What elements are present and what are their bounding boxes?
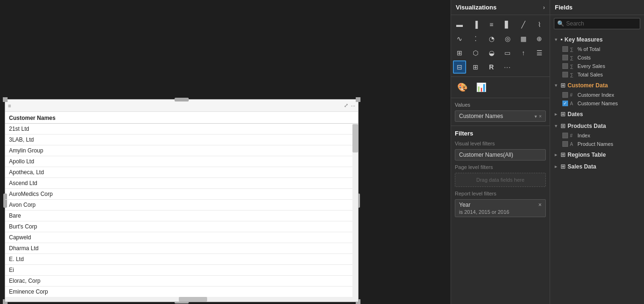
field-group-header-products-data[interactable]: ▼⊞Products Data [550,120,644,131]
donut-icon[interactable]: ◎ [501,32,514,45]
table-row[interactable]: Dharma Ltd [5,243,358,254]
group-icon-regions-table: ⊞ [560,151,566,158]
checkbox-unchecked[interactable] [562,72,568,77]
field-item-customer-names[interactable]: ✓ACustomer Names [550,99,644,108]
field-item-every-sales[interactable]: ∑Every Sales [550,62,644,70]
resize-handle-top[interactable] [175,98,189,101]
table-row[interactable]: Amylin Group [5,145,358,156]
field-item-label: Product Names [577,141,613,147]
year-filter-close[interactable]: × [538,202,542,208]
page-level-label: Page level filters [455,164,546,170]
expand-icon-sales-data: ► [554,164,559,169]
scroll-track-horizontal[interactable] [5,297,352,302]
field-item-label: Index [577,133,590,138]
filter-chip-text: Customer Names(All) [459,152,513,158]
report-level-label: Report level filters [455,191,546,196]
clustered-bar-icon[interactable]: ▐ [469,18,482,31]
focus-icon[interactable]: ⤢ [344,102,348,109]
table-row[interactable]: 3LAB, Ltd [5,135,358,145]
table-row[interactable]: Avon Corp [5,200,358,211]
search-input[interactable] [566,20,637,27]
clustered-bar-h-icon[interactable]: ▋ [501,18,514,31]
line-chart-icon[interactable]: ╱ [517,18,530,31]
stacked-bar-h-icon[interactable]: ≡ [485,18,498,31]
table-row[interactable]: Burt's Corp [5,221,358,232]
field-group-header-key-measures[interactable]: ▼▪Key Measures [550,34,644,45]
field-group-header-regions-table[interactable]: ►⊞Regions Table [550,149,644,160]
fields-tree: ▼▪Key Measures∑% of Total∑Costs∑Every Sa… [550,32,644,304]
slicer-icon[interactable]: ☰ [533,46,546,59]
card-icon[interactable]: ▭ [501,46,514,59]
scroll-track-vertical[interactable] [352,124,358,302]
stacked-bar-icon[interactable]: ▬ [453,18,466,31]
checkbox-unchecked[interactable] [562,133,568,138]
r-visual-icon[interactable]: R [485,60,498,74]
fields-panel-header: Fields [550,0,644,15]
table-row[interactable]: Apollo Ltd [5,156,358,167]
filled-map-icon[interactable]: ⊞ [453,46,466,59]
pie-icon[interactable]: ◔ [485,32,498,45]
scroll-thumb-horizontal[interactable] [179,297,207,302]
viz-icons-grid: ▬▐≡▋╱⌇∿⁚◔◎▦⊕⊞⬡◒▭↑☰⊟⊞R··· [451,15,550,77]
analytics-icon[interactable]: 📊 [474,80,489,95]
kpi-icon[interactable]: ↑ [517,46,530,59]
values-section: Values Customer Names ▾ × [451,98,550,126]
funnel-icon[interactable]: ⬡ [469,46,482,59]
checkbox-checked[interactable]: ✓ [562,101,568,106]
table-row[interactable]: 21st Ltd [5,124,358,135]
table-row[interactable]: Elorac, Corp [5,276,358,287]
area-chart-icon[interactable]: ⌇ [533,18,546,31]
field-group-header-dates[interactable]: ►⊞Dates [550,109,644,119]
table-row[interactable]: AuroMedics Corp [5,189,358,200]
field-group-key-measures: ▼▪Key Measures∑% of Total∑Costs∑Every Sa… [550,34,644,79]
fields-search-box[interactable]: 🔍 [554,18,640,29]
filter-chip-customer-names[interactable]: Customer Names(All) [455,149,546,160]
field-item-product-names[interactable]: AProduct Names [550,140,644,148]
visual-card[interactable]: ≡ ⤢ ··· Customer Names 21st Ltd3LAB, Ltd… [5,99,359,302]
table-row[interactable]: Ascend Ltd [5,178,358,189]
group-label-regions-table: Regions Table [568,152,606,158]
panel-collapse-arrow[interactable]: › [543,4,545,11]
field-group-header-customer-data[interactable]: ▼⊞Customer Data [550,80,644,91]
field-item-customer-index[interactable]: #Customer Index [550,91,644,99]
field-item-total-sales[interactable]: ∑Total Sales [550,70,644,79]
line-clustered-icon[interactable]: ∿ [453,32,466,45]
table-row[interactable]: Eminence Corp [5,287,358,296]
field-chip-close[interactable]: × [539,114,542,119]
resize-handle-top-right[interactable] [356,97,360,102]
map-icon[interactable]: ⊕ [533,32,546,45]
field-group-header-sales-data[interactable]: ►⊞Sales Data [550,161,644,172]
more-viz-icon[interactable]: ··· [501,60,514,74]
drag-zone[interactable]: Drag data fields here [455,173,546,187]
table-row[interactable]: Capweld [5,232,358,243]
table-row[interactable]: Ei [5,265,358,276]
expand-icon-customer-data: ▼ [554,83,559,88]
table-row[interactable]: Apotheca, Ltd [5,167,358,178]
table-row[interactable]: E. Ltd [5,254,358,265]
table-list[interactable]: 21st Ltd3LAB, LtdAmylin GroupApollo LtdA… [5,124,358,296]
scatter-icon[interactable]: ⁚ [469,32,482,45]
field-item-costs[interactable]: ∑Costs [550,53,644,62]
scroll-thumb-vertical[interactable] [352,124,358,152]
group-icon-customer-data: ⊞ [560,82,566,89]
table-viz-icon[interactable]: ⊟ [453,60,466,74]
gauge-icon[interactable]: ◒ [485,46,498,59]
field-chip-arrow[interactable]: ▾ [535,114,537,119]
group-icon-sales-data: ⊞ [560,163,566,170]
matrix-viz-icon[interactable]: ⊞ [469,60,482,74]
field-chip-customer-names[interactable]: Customer Names ▾ × [455,110,546,122]
field-item-index[interactable]: #Index [550,131,644,140]
checkbox-unchecked[interactable] [562,63,568,69]
treemap-icon[interactable]: ▦ [517,32,530,45]
format-paint-icon[interactable]: 🎨 [455,80,470,95]
field-item-%-of-total[interactable]: ∑% of Total [550,45,644,53]
checkbox-unchecked[interactable] [562,141,568,147]
resize-handle-top-left[interactable] [3,97,8,102]
group-icon-key-measures: ▪ [560,36,563,43]
checkbox-unchecked[interactable] [562,46,568,52]
checkbox-unchecked[interactable] [562,55,568,60]
table-row[interactable]: Bare [5,211,358,221]
checkbox-unchecked[interactable] [562,92,568,98]
filter-chip-year[interactable]: Year is 2014, 2015 or 2016 × [455,199,546,217]
more-icon[interactable]: ··· [351,103,355,109]
